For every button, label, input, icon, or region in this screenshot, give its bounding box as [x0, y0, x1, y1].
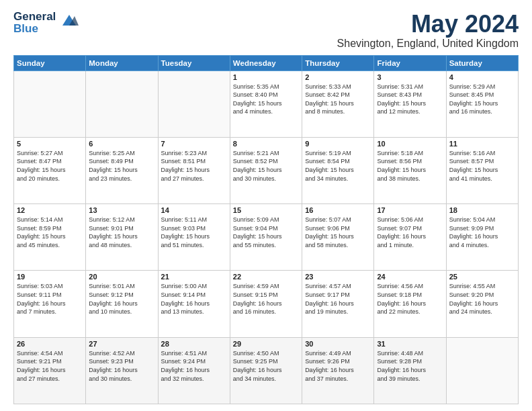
day-cell: 6Sunrise: 5:25 AM Sunset: 8:49 PM Daylig…	[86, 137, 158, 203]
week-row-3: 12Sunrise: 5:14 AM Sunset: 8:59 PM Dayli…	[14, 204, 519, 271]
day-info: Sunrise: 5:35 AM Sunset: 8:40 PM Dayligh…	[233, 83, 299, 116]
day-cell: 12Sunrise: 5:14 AM Sunset: 8:59 PM Dayli…	[14, 204, 86, 271]
day-cell: 16Sunrise: 5:07 AM Sunset: 9:06 PM Dayli…	[302, 204, 374, 271]
day-number: 25	[449, 273, 515, 281]
location-title: Shevington, England, United Kingdom	[337, 38, 519, 50]
day-cell: 15Sunrise: 5:09 AM Sunset: 9:04 PM Dayli…	[230, 204, 302, 271]
day-cell: 8Sunrise: 5:21 AM Sunset: 8:52 PM Daylig…	[230, 137, 302, 203]
day-number: 4	[449, 73, 515, 81]
day-number: 8	[233, 140, 299, 148]
day-number: 15	[233, 206, 299, 214]
day-cell	[446, 337, 518, 404]
title-area: May 2024 Shevington, England, United Kin…	[337, 11, 519, 50]
day-number: 2	[305, 73, 371, 81]
day-cell: 25Sunrise: 4:55 AM Sunset: 9:20 PM Dayli…	[446, 271, 518, 337]
day-info: Sunrise: 5:16 AM Sunset: 8:57 PM Dayligh…	[449, 149, 515, 183]
weekday-tuesday: Tuesday	[158, 55, 230, 71]
day-cell	[14, 71, 86, 137]
day-cell: 28Sunrise: 4:51 AM Sunset: 9:24 PM Dayli…	[158, 337, 230, 404]
weekday-wednesday: Wednesday	[230, 55, 302, 71]
day-info: Sunrise: 5:25 AM Sunset: 8:49 PM Dayligh…	[89, 149, 154, 183]
day-cell: 26Sunrise: 4:54 AM Sunset: 9:21 PM Dayli…	[14, 337, 86, 404]
day-info: Sunrise: 5:21 AM Sunset: 8:52 PM Dayligh…	[233, 149, 299, 183]
day-number: 5	[17, 140, 83, 148]
day-info: Sunrise: 5:23 AM Sunset: 8:51 PM Dayligh…	[161, 149, 227, 183]
day-number: 9	[305, 140, 371, 148]
day-number: 17	[377, 206, 443, 214]
day-info: Sunrise: 4:59 AM Sunset: 9:15 PM Dayligh…	[233, 282, 299, 316]
day-number: 28	[161, 340, 227, 348]
day-number: 14	[161, 206, 227, 214]
day-info: Sunrise: 4:52 AM Sunset: 9:23 PM Dayligh…	[89, 349, 154, 383]
day-cell: 27Sunrise: 4:52 AM Sunset: 9:23 PM Dayli…	[86, 337, 158, 404]
day-number: 16	[305, 206, 371, 214]
weekday-header-row: SundayMondayTuesdayWednesdayThursdayFrid…	[14, 55, 519, 71]
day-number: 11	[449, 140, 515, 148]
weekday-saturday: Saturday	[446, 55, 518, 71]
header: General Blue May 2024 Shevington, Englan…	[13, 11, 519, 50]
day-info: Sunrise: 5:29 AM Sunset: 8:45 PM Dayligh…	[449, 83, 515, 116]
day-cell: 2Sunrise: 5:33 AM Sunset: 8:42 PM Daylig…	[302, 71, 374, 137]
day-cell	[158, 71, 230, 137]
day-cell: 23Sunrise: 4:57 AM Sunset: 9:17 PM Dayli…	[302, 271, 374, 337]
day-info: Sunrise: 5:03 AM Sunset: 9:11 PM Dayligh…	[17, 282, 83, 316]
day-cell: 9Sunrise: 5:19 AM Sunset: 8:54 PM Daylig…	[302, 137, 374, 203]
day-number: 26	[17, 340, 83, 348]
day-info: Sunrise: 5:19 AM Sunset: 8:54 PM Dayligh…	[305, 149, 371, 183]
day-number: 3	[377, 73, 443, 81]
day-info: Sunrise: 4:54 AM Sunset: 9:21 PM Dayligh…	[17, 349, 83, 383]
day-cell: 4Sunrise: 5:29 AM Sunset: 8:45 PM Daylig…	[446, 71, 518, 137]
day-info: Sunrise: 5:14 AM Sunset: 8:59 PM Dayligh…	[17, 216, 83, 249]
day-number: 30	[305, 340, 371, 348]
day-number: 18	[449, 206, 515, 214]
day-info: Sunrise: 4:48 AM Sunset: 9:28 PM Dayligh…	[377, 349, 443, 383]
day-info: Sunrise: 5:33 AM Sunset: 8:42 PM Dayligh…	[305, 83, 371, 116]
day-cell: 11Sunrise: 5:16 AM Sunset: 8:57 PM Dayli…	[446, 137, 518, 203]
day-cell: 22Sunrise: 4:59 AM Sunset: 9:15 PM Dayli…	[230, 271, 302, 337]
day-info: Sunrise: 4:50 AM Sunset: 9:25 PM Dayligh…	[233, 349, 299, 383]
day-number: 12	[17, 206, 83, 214]
day-info: Sunrise: 4:55 AM Sunset: 9:20 PM Dayligh…	[449, 282, 515, 316]
logo-icon	[60, 13, 79, 30]
day-cell: 3Sunrise: 5:31 AM Sunset: 8:43 PM Daylig…	[374, 71, 446, 137]
day-info: Sunrise: 5:31 AM Sunset: 8:43 PM Dayligh…	[377, 83, 443, 116]
day-number: 21	[161, 273, 227, 281]
day-cell: 5Sunrise: 5:27 AM Sunset: 8:47 PM Daylig…	[14, 137, 86, 203]
day-cell: 30Sunrise: 4:49 AM Sunset: 9:26 PM Dayli…	[302, 337, 374, 404]
day-cell: 10Sunrise: 5:18 AM Sunset: 8:56 PM Dayli…	[374, 137, 446, 203]
logo: General Blue	[13, 11, 79, 35]
day-number: 29	[233, 340, 299, 348]
day-number: 6	[89, 140, 154, 148]
day-cell: 24Sunrise: 4:56 AM Sunset: 9:18 PM Dayli…	[374, 271, 446, 337]
day-number: 22	[233, 273, 299, 281]
day-cell: 31Sunrise: 4:48 AM Sunset: 9:28 PM Dayli…	[374, 337, 446, 404]
weekday-monday: Monday	[86, 55, 158, 71]
day-number: 31	[377, 340, 443, 348]
day-info: Sunrise: 5:00 AM Sunset: 9:14 PM Dayligh…	[161, 282, 227, 316]
day-info: Sunrise: 5:07 AM Sunset: 9:06 PM Dayligh…	[305, 216, 371, 249]
day-cell: 29Sunrise: 4:50 AM Sunset: 9:25 PM Dayli…	[230, 337, 302, 404]
weekday-thursday: Thursday	[302, 55, 374, 71]
day-cell: 18Sunrise: 5:04 AM Sunset: 9:09 PM Dayli…	[446, 204, 518, 271]
week-row-2: 5Sunrise: 5:27 AM Sunset: 8:47 PM Daylig…	[14, 137, 519, 203]
logo-general: General	[13, 11, 56, 23]
day-info: Sunrise: 5:27 AM Sunset: 8:47 PM Dayligh…	[17, 149, 83, 183]
day-info: Sunrise: 4:49 AM Sunset: 9:26 PM Dayligh…	[305, 349, 371, 383]
weekday-friday: Friday	[374, 55, 446, 71]
day-cell: 14Sunrise: 5:11 AM Sunset: 9:03 PM Dayli…	[158, 204, 230, 271]
day-cell: 7Sunrise: 5:23 AM Sunset: 8:51 PM Daylig…	[158, 137, 230, 203]
day-number: 10	[377, 140, 443, 148]
week-row-4: 19Sunrise: 5:03 AM Sunset: 9:11 PM Dayli…	[14, 271, 519, 337]
calendar-table: SundayMondayTuesdayWednesdayThursdayFrid…	[13, 55, 519, 404]
day-info: Sunrise: 5:04 AM Sunset: 9:09 PM Dayligh…	[449, 216, 515, 249]
day-info: Sunrise: 5:06 AM Sunset: 9:07 PM Dayligh…	[377, 216, 443, 249]
day-number: 1	[233, 73, 299, 81]
day-info: Sunrise: 5:12 AM Sunset: 9:01 PM Dayligh…	[89, 216, 154, 249]
day-number: 7	[161, 140, 227, 148]
day-cell: 20Sunrise: 5:01 AM Sunset: 9:12 PM Dayli…	[86, 271, 158, 337]
day-info: Sunrise: 5:11 AM Sunset: 9:03 PM Dayligh…	[161, 216, 227, 249]
page: General Blue May 2024 Shevington, Englan…	[0, 0, 532, 411]
day-cell	[86, 71, 158, 137]
day-cell: 17Sunrise: 5:06 AM Sunset: 9:07 PM Dayli…	[374, 204, 446, 271]
week-row-1: 1Sunrise: 5:35 AM Sunset: 8:40 PM Daylig…	[14, 71, 519, 137]
